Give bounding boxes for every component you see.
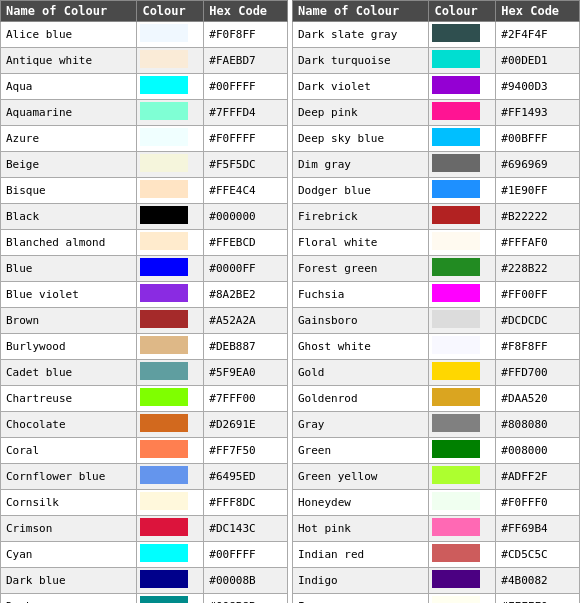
table-row: Fuchsia#FF00FF — [293, 282, 580, 308]
color-swatch-cell — [137, 308, 204, 334]
table-row: Black#000000 — [1, 204, 288, 230]
table-row: Azure#F0FFFF — [1, 126, 288, 152]
color-swatch-cell — [137, 438, 204, 464]
color-swatch-cell — [429, 594, 496, 604]
color-swatch — [140, 466, 188, 484]
table-row: Dark slate gray#2F4F4F — [293, 22, 580, 48]
color-swatch — [140, 544, 188, 562]
color-swatch — [140, 232, 188, 250]
color-name: Gold — [293, 360, 429, 386]
color-swatch-cell — [429, 230, 496, 256]
color-swatch-cell — [429, 334, 496, 360]
color-swatch — [432, 284, 480, 302]
color-name: Indian red — [293, 542, 429, 568]
color-name: Ghost white — [293, 334, 429, 360]
hex-code: #FF1493 — [496, 100, 580, 126]
color-swatch — [432, 76, 480, 94]
color-swatch — [140, 258, 188, 276]
color-swatch-cell — [137, 74, 204, 100]
color-swatch — [432, 128, 480, 146]
table-row: Blanched almond#FFEBCD — [1, 230, 288, 256]
left-color-table: Name of ColourColourHex CodeAlice blue#F… — [0, 0, 288, 603]
column-header: Colour — [429, 1, 496, 22]
color-name: Goldenrod — [293, 386, 429, 412]
color-name: Bisque — [1, 178, 137, 204]
color-name: Antique white — [1, 48, 137, 74]
hex-code: #DCDCDC — [496, 308, 580, 334]
color-name: Indigo — [293, 568, 429, 594]
color-name: Dark turquoise — [293, 48, 429, 74]
table-row: Ghost white#F8F8FF — [293, 334, 580, 360]
table-row: Deep pink#FF1493 — [293, 100, 580, 126]
hex-code: #696969 — [496, 152, 580, 178]
table-row: Cornflower blue#6495ED — [1, 464, 288, 490]
color-swatch-cell — [137, 48, 204, 74]
color-swatch — [432, 336, 480, 354]
color-swatch-cell — [137, 204, 204, 230]
hex-code: #FF00FF — [496, 282, 580, 308]
color-name: Dim gray — [293, 152, 429, 178]
table-row: Dark cyan#008B8B — [1, 594, 288, 604]
table-row: Dark blue#00008B — [1, 568, 288, 594]
hex-code: #F0FFF0 — [496, 490, 580, 516]
color-swatch-cell — [429, 282, 496, 308]
color-swatch-cell — [429, 48, 496, 74]
table-row: Green yellow#ADFF2F — [293, 464, 580, 490]
hex-code: #6495ED — [204, 464, 288, 490]
hex-code: #2F4F4F — [496, 22, 580, 48]
table-row: Blue#0000FF — [1, 256, 288, 282]
table-row: Gray#808080 — [293, 412, 580, 438]
color-swatch-cell — [137, 360, 204, 386]
hex-code: #DC143C — [204, 516, 288, 542]
color-swatch-cell — [137, 152, 204, 178]
hex-code: #F0F8FF — [204, 22, 288, 48]
color-name: Gray — [293, 412, 429, 438]
hex-code: #FFE4C4 — [204, 178, 288, 204]
color-swatch — [140, 310, 188, 328]
table-row: Dim gray#696969 — [293, 152, 580, 178]
hex-code: #CD5C5C — [496, 542, 580, 568]
hex-code: #FFFFF0 — [496, 594, 580, 604]
color-swatch-cell — [429, 516, 496, 542]
color-swatch — [140, 128, 188, 146]
color-name: Beige — [1, 152, 137, 178]
table-row: Deep sky blue#00BFFF — [293, 126, 580, 152]
color-swatch-cell — [429, 152, 496, 178]
column-header: Name of Colour — [293, 1, 429, 22]
color-name: Dodger blue — [293, 178, 429, 204]
color-name: Burlywood — [1, 334, 137, 360]
table-row: Gold#FFD700 — [293, 360, 580, 386]
color-swatch-cell — [429, 126, 496, 152]
color-name: Aqua — [1, 74, 137, 100]
color-name: Cyan — [1, 542, 137, 568]
column-header: Colour — [137, 1, 204, 22]
color-swatch-cell — [137, 178, 204, 204]
hex-code: #F8F8FF — [496, 334, 580, 360]
color-swatch-cell — [429, 100, 496, 126]
table-row: Antique white#FAEBD7 — [1, 48, 288, 74]
hex-code: #FFFAF0 — [496, 230, 580, 256]
color-name: Cadet blue — [1, 360, 137, 386]
hex-code: #F0FFFF — [204, 126, 288, 152]
color-name: Chartreuse — [1, 386, 137, 412]
color-swatch — [140, 388, 188, 406]
table-row: Firebrick#B22222 — [293, 204, 580, 230]
hex-code: #B22222 — [496, 204, 580, 230]
color-swatch — [140, 362, 188, 380]
color-swatch — [140, 180, 188, 198]
color-swatch — [140, 76, 188, 94]
color-name: Azure — [1, 126, 137, 152]
color-swatch — [432, 180, 480, 198]
hex-code: #00BFFF — [496, 126, 580, 152]
hex-code: #00008B — [204, 568, 288, 594]
color-name: Crimson — [1, 516, 137, 542]
color-swatch — [140, 24, 188, 42]
color-swatch-cell — [137, 412, 204, 438]
table-row: Bisque#FFE4C4 — [1, 178, 288, 204]
color-swatch-cell — [137, 22, 204, 48]
color-swatch — [432, 388, 480, 406]
color-swatch — [432, 414, 480, 432]
hex-code: #ADFF2F — [496, 464, 580, 490]
hex-code: #7FFF00 — [204, 386, 288, 412]
table-row: Brown#A52A2A — [1, 308, 288, 334]
